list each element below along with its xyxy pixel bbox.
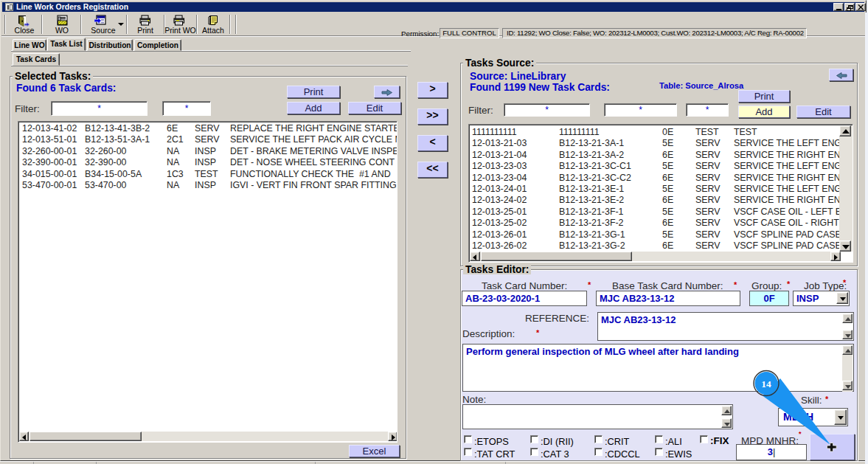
svg-text:14: 14 [761, 378, 771, 389]
